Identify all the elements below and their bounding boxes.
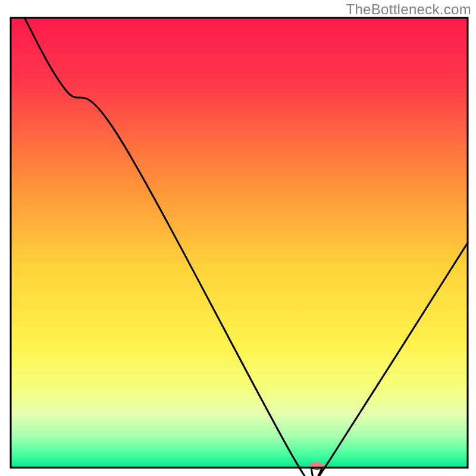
watermark-text: TheBottleneck.com [346,1,471,18]
chart-svg [0,0,476,476]
bottleneck-chart: TheBottleneck.com [0,0,476,476]
plot-background [11,18,468,468]
